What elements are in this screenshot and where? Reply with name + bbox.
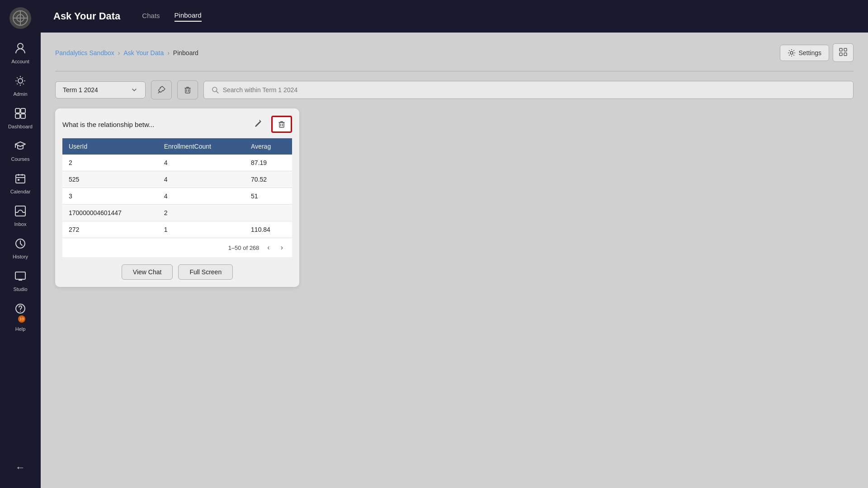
sidebar-item-courses[interactable]: Courses xyxy=(2,136,38,165)
breadcrumb-pandalytics[interactable]: Pandalytics Sandbox xyxy=(55,49,114,56)
next-page-button[interactable]: › xyxy=(278,243,286,253)
table-row: 272 1 110.84 xyxy=(62,221,292,238)
breadcrumb-row: Pandalytics Sandbox › Ask Your Data › Pi… xyxy=(55,43,854,62)
breadcrumb-current: Pinboard xyxy=(173,49,198,56)
svg-rect-28 xyxy=(844,53,847,56)
studio-icon xyxy=(14,270,26,285)
pencil-icon xyxy=(254,119,263,128)
card-header: What is the relationship betw... xyxy=(62,116,292,133)
cell-avg: 70.52 xyxy=(245,171,292,188)
svg-rect-30 xyxy=(185,88,190,93)
sidebar-item-account[interactable]: Account xyxy=(2,38,38,68)
svg-point-5 xyxy=(18,79,23,83)
sidebar-item-history[interactable]: History xyxy=(2,234,38,263)
filter-row: Term 1 2024 xyxy=(55,80,854,99)
svg-line-34 xyxy=(217,91,218,93)
delete-filter-button[interactable] xyxy=(177,80,198,99)
trash-icon xyxy=(183,85,192,94)
edit-button[interactable] xyxy=(250,116,268,133)
col-enrollmentcount: EnrollmentCount xyxy=(158,138,245,155)
svg-rect-7 xyxy=(21,108,25,113)
svg-rect-15 xyxy=(15,206,25,216)
svg-point-24 xyxy=(790,52,793,54)
sidebar-item-label: Account xyxy=(11,59,29,64)
breadcrumb: Pandalytics Sandbox › Ask Your Data › Pi… xyxy=(55,49,198,56)
tab-pinboard[interactable]: Pinboard xyxy=(175,11,202,22)
cell-userid: 272 xyxy=(62,221,158,238)
pinboard-card: What is the relationship betw... xyxy=(55,108,299,287)
col-averag: Averag xyxy=(245,138,292,155)
table-header-row: UserId EnrollmentCount Averag xyxy=(62,138,292,155)
sidebar-item-label: Calendar xyxy=(10,189,31,194)
cell-enrollment: 1 xyxy=(158,221,245,238)
full-screen-button[interactable]: Full Screen xyxy=(178,264,233,280)
pin-button[interactable] xyxy=(151,80,172,99)
svg-rect-27 xyxy=(840,53,842,56)
divider xyxy=(55,71,854,71)
table-row: 170000004601447 2 xyxy=(62,205,292,221)
breadcrumb-actions: Settings xyxy=(780,43,854,62)
sidebar: Account Admin Dashboard xyxy=(0,0,41,488)
sidebar-item-label: Help xyxy=(15,326,26,332)
cell-userid: 2 xyxy=(62,155,158,171)
svg-rect-8 xyxy=(15,114,20,118)
svg-rect-35 xyxy=(279,122,284,127)
grid-icon xyxy=(839,47,848,56)
grid-view-button[interactable] xyxy=(833,43,854,62)
breadcrumb-ask-your-data[interactable]: Ask Your Data xyxy=(123,49,164,56)
svg-point-4 xyxy=(18,43,23,49)
term-dropdown[interactable]: Term 1 2024 xyxy=(55,81,146,99)
cell-enrollment: 4 xyxy=(158,155,245,171)
cell-avg: 110.84 xyxy=(245,221,292,238)
table-row: 525 4 70.52 xyxy=(62,171,292,188)
trash-card-icon xyxy=(277,120,286,129)
history-icon xyxy=(14,238,26,252)
cell-enrollment: 4 xyxy=(158,171,245,188)
admin-icon xyxy=(14,75,26,89)
help-icon xyxy=(14,303,26,317)
svg-rect-26 xyxy=(844,48,847,51)
sidebar-item-label: Admin xyxy=(13,91,27,97)
card-footer: View Chat Full Screen xyxy=(62,264,292,280)
pagination: 1–50 of 268 ‹ › xyxy=(62,238,292,257)
view-chat-button[interactable]: View Chat xyxy=(122,264,173,280)
pagination-info: 1–50 of 268 xyxy=(228,244,259,251)
sidebar-item-studio[interactable]: Studio xyxy=(2,267,38,296)
prev-page-button[interactable]: ‹ xyxy=(264,243,272,253)
breadcrumb-sep-2: › xyxy=(167,49,170,56)
pin-icon xyxy=(157,85,166,94)
term-value: Term 1 2024 xyxy=(63,86,98,94)
settings-icon xyxy=(788,49,796,57)
data-table: UserId EnrollmentCount Averag 2 4 87.19 … xyxy=(62,138,292,238)
sidebar-item-label: Courses xyxy=(11,156,30,162)
cell-enrollment: 2 xyxy=(158,205,245,221)
sidebar-item-help[interactable]: 10 Help xyxy=(2,299,38,335)
table-body: 2 4 87.19 525 4 70.52 3 4 51 xyxy=(62,155,292,238)
sidebar-item-dashboard[interactable]: Dashboard xyxy=(2,104,38,133)
sidebar-item-label: History xyxy=(13,254,28,259)
card-title: What is the relationship betw... xyxy=(62,121,154,128)
sidebar-item-admin[interactable]: Admin xyxy=(2,71,38,100)
main-area: Ask Your Data Chats Pinboard Pandalytics… xyxy=(41,0,868,488)
app-logo xyxy=(9,7,31,29)
cell-userid: 525 xyxy=(62,171,158,188)
svg-rect-14 xyxy=(18,179,19,181)
cell-userid: 170000004601447 xyxy=(62,205,158,221)
sidebar-item-calendar[interactable]: Calendar xyxy=(2,169,38,198)
settings-button[interactable]: Settings xyxy=(780,45,829,61)
sidebar-collapse-btn[interactable]: ← xyxy=(2,458,38,477)
cell-enrollment: 4 xyxy=(158,188,245,205)
svg-rect-6 xyxy=(15,108,20,113)
table-row: 3 4 51 xyxy=(62,188,292,205)
table-row: 2 4 87.19 xyxy=(62,155,292,171)
search-icon xyxy=(211,86,219,94)
svg-point-23 xyxy=(20,311,21,312)
search-input[interactable] xyxy=(223,86,846,94)
sidebar-item-label: Studio xyxy=(13,286,27,292)
page-content: Pandalytics Sandbox › Ask Your Data › Pi… xyxy=(41,33,868,488)
tab-chats[interactable]: Chats xyxy=(142,12,160,21)
sidebar-item-inbox[interactable]: Inbox xyxy=(2,202,38,230)
delete-card-button[interactable] xyxy=(271,116,292,133)
search-bar[interactable] xyxy=(203,81,854,99)
breadcrumb-sep-1: › xyxy=(118,49,120,56)
